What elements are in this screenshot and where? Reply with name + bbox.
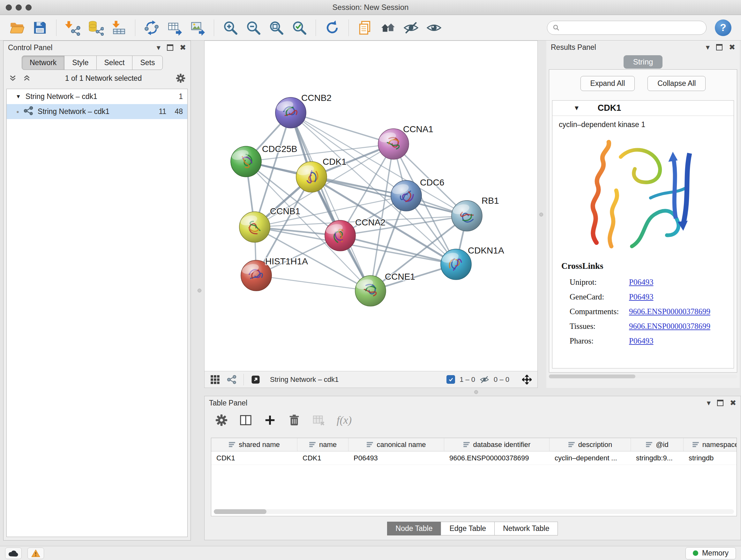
column-header[interactable]: canonical name: [348, 438, 444, 451]
node-CCNB1[interactable]: [239, 212, 270, 242]
float-panel-icon[interactable]: [167, 44, 173, 51]
network-overview-button[interactable]: [378, 18, 398, 38]
column-header[interactable]: @id: [631, 438, 684, 451]
hide-selected-button[interactable]: [401, 18, 421, 38]
clone-network-button[interactable]: [142, 18, 161, 38]
add-column-plus-icon[interactable]: [264, 414, 276, 426]
float-panel-icon[interactable]: [716, 44, 723, 51]
results-horizontal-scrollbar[interactable]: [549, 374, 737, 378]
table-settings-gear-icon[interactable]: [215, 414, 227, 426]
node-CCNA2[interactable]: [325, 220, 355, 251]
node-label-RB1: RB1: [482, 196, 499, 206]
node-CDC6[interactable]: [391, 180, 421, 211]
network-collection-row[interactable]: ▼ String Network – cdk1 1: [7, 89, 187, 104]
float-panel-icon[interactable]: [717, 400, 724, 406]
tab-sets[interactable]: Sets: [132, 56, 163, 70]
tab-network[interactable]: Network: [22, 56, 64, 70]
birdseye-view-icon[interactable]: [227, 375, 237, 384]
export-image-button[interactable]: [188, 18, 207, 38]
table-horizontal-scrollbar[interactable]: [214, 509, 734, 514]
table-row[interactable]: CDK1 CDK1 P06493 9606.ENSP00000378699 cy…: [211, 451, 737, 465]
export-table-button[interactable]: [165, 18, 185, 38]
tree-expanded-icon[interactable]: ▼: [16, 94, 21, 100]
expand-all-icon[interactable]: [23, 74, 31, 82]
function-builder-button[interactable]: f(x): [337, 414, 352, 426]
zoom-fit-button[interactable]: [266, 18, 286, 38]
expand-all-button[interactable]: Expand All: [581, 76, 635, 91]
duplicate-document-button[interactable]: [355, 18, 375, 38]
crosslink-link[interactable]: 9606.ENSP00000378699: [629, 307, 711, 316]
zoom-in-button[interactable]: [220, 18, 240, 38]
close-window-button[interactable]: [6, 4, 12, 10]
save-session-button[interactable]: [30, 18, 50, 38]
delete-column-trash-icon[interactable]: [288, 414, 300, 426]
right-splitter-handle[interactable]: [539, 212, 543, 216]
tab-edge-table[interactable]: Edge Table: [441, 522, 495, 536]
fit-selected-crosshair-icon[interactable]: [522, 375, 532, 384]
search-field[interactable]: [547, 21, 706, 35]
crosslink-link[interactable]: P06493: [629, 278, 653, 287]
column-header[interactable]: name: [297, 438, 348, 451]
import-network-database-button[interactable]: [86, 18, 106, 38]
column-header[interactable]: description: [549, 438, 631, 451]
network-canvas[interactable]: CCNB2CCNA1CDC25BCDK1CDC6RB1CCNB1CCNA2CDK…: [205, 41, 537, 371]
panel-menu-icon[interactable]: ▾: [706, 44, 710, 51]
column-header[interactable]: namespace: [684, 438, 737, 451]
open-session-button[interactable]: [7, 18, 27, 38]
import-table-button[interactable]: [109, 18, 129, 38]
collapse-section-icon[interactable]: ▼: [574, 105, 580, 112]
panel-menu-icon[interactable]: ▾: [157, 44, 160, 51]
collapse-all-button[interactable]: Collapse All: [648, 76, 705, 91]
import-table-icon: [111, 20, 127, 36]
column-header[interactable]: shared name: [211, 438, 297, 451]
close-panel-icon[interactable]: ✖: [180, 44, 186, 51]
column-header[interactable]: database identifier: [444, 438, 549, 451]
node-CDK1[interactable]: [296, 162, 327, 192]
node-CDC25B[interactable]: [231, 146, 261, 177]
export-view-icon[interactable]: [251, 375, 260, 384]
current-network-bullet-icon: ●: [16, 109, 19, 114]
crosslink-link[interactable]: P06493: [629, 336, 653, 346]
show-all-button[interactable]: [424, 18, 444, 38]
edge-HIST1H1A-CCNE1[interactable]: [256, 275, 370, 291]
import-network-file-button[interactable]: [63, 18, 83, 38]
hidden-eye-slash-icon[interactable]: [480, 375, 489, 384]
zoom-selected-button[interactable]: [289, 18, 309, 38]
network-arrows-icon: [144, 20, 159, 36]
edge-CCNB2-CCNA1[interactable]: [291, 113, 394, 144]
zoom-window-button[interactable]: [25, 4, 31, 10]
search-input[interactable]: [563, 23, 701, 32]
warnings-button[interactable]: [27, 548, 44, 559]
close-panel-icon[interactable]: ✖: [730, 399, 736, 407]
show-columns-icon[interactable]: [240, 414, 252, 426]
tab-network-table[interactable]: Network Table: [494, 522, 558, 536]
apply-layout-button[interactable]: [322, 18, 342, 38]
crosslink-link[interactable]: P06493: [629, 293, 653, 301]
help-button[interactable]: ?: [715, 19, 731, 36]
collapse-all-icon[interactable]: [9, 74, 17, 82]
protein-card-header[interactable]: ▼ CDK1: [552, 101, 734, 116]
string-results-tab[interactable]: String: [623, 55, 663, 69]
zoom-in-icon: [222, 20, 239, 36]
selected-checkbox-icon[interactable]: [447, 375, 455, 384]
node-CDKN1A[interactable]: [441, 249, 471, 280]
delete-table-icon-disabled: [313, 414, 325, 426]
node-RB1[interactable]: [452, 200, 482, 231]
minimize-window-button[interactable]: [16, 4, 22, 10]
cloud-status-button[interactable]: [5, 548, 22, 559]
tab-style[interactable]: Style: [64, 56, 96, 70]
panel-menu-icon[interactable]: ▾: [707, 399, 711, 407]
grid-view-icon[interactable]: [210, 375, 220, 384]
node-CCNE1[interactable]: [355, 275, 386, 306]
close-panel-icon[interactable]: ✖: [729, 44, 735, 51]
memory-button[interactable]: Memory: [685, 547, 736, 559]
tab-select[interactable]: Select: [96, 56, 133, 70]
tab-node-table[interactable]: Node Table: [387, 522, 441, 536]
left-splitter-handle[interactable]: [198, 289, 201, 293]
gear-icon[interactable]: [176, 73, 185, 83]
network-row-selected[interactable]: ● String Network – cdk1 11 48: [7, 104, 187, 119]
node-label-CCNE1: CCNE1: [385, 272, 415, 282]
crosslink-link[interactable]: 9606.ENSP00000378699: [629, 322, 711, 331]
zoom-out-button[interactable]: [244, 18, 263, 38]
bottom-splitter-handle[interactable]: [474, 390, 478, 394]
